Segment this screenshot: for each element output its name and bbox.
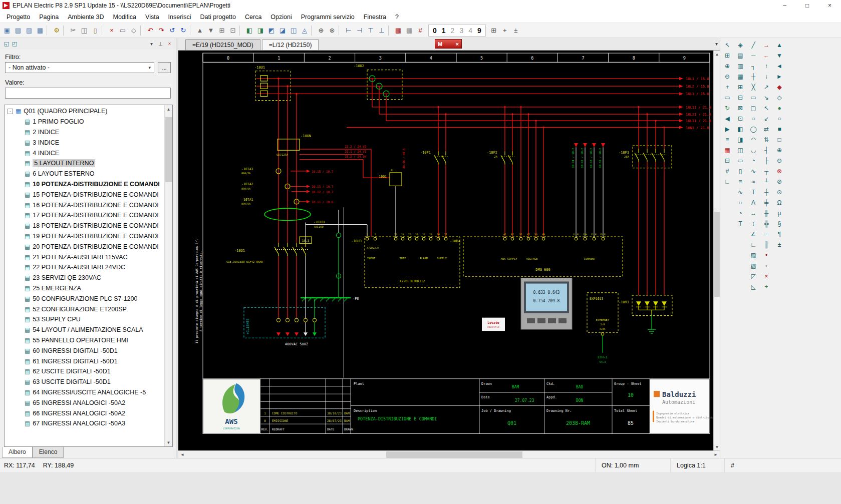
hline-tool-icon[interactable]: ─ bbox=[748, 50, 759, 61]
tree-page-item[interactable]: ▤ 67 INGRESSI ANALOGICI -50A3 bbox=[5, 418, 164, 429]
tree-page-item[interactable]: ▤ 50 CONFIGURAZIONE PLC S7-1200 bbox=[5, 293, 164, 304]
menu-item[interactable]: Opzioni bbox=[266, 12, 296, 23]
previous-view-icon[interactable]: ◀ bbox=[722, 113, 733, 124]
insert-list-icon[interactable]: ≡ bbox=[735, 176, 746, 187]
paste-icon[interactable]: ▯ bbox=[90, 25, 101, 36]
insert-macro-icon[interactable]: ⊗ bbox=[327, 25, 338, 36]
insert-copy-icon[interactable]: ◫ bbox=[735, 145, 746, 155]
cross-tool-icon[interactable]: ┼ bbox=[748, 71, 759, 82]
pin-icon[interactable]: ⊥ bbox=[157, 41, 164, 47]
tree-root-item[interactable]: - ▦ Q01 (QUADRO PRINCIPALE) bbox=[5, 106, 164, 117]
ellipse-tool-icon[interactable]: ◯ bbox=[748, 124, 759, 134]
symbol-select-icon[interactable]: ◨ bbox=[255, 25, 266, 36]
tree-page-item[interactable]: ▤ 65 INGRESSI ANALOGICI -50A2 bbox=[5, 397, 164, 408]
menu-item[interactable]: Vista bbox=[141, 12, 164, 23]
zoom-in-icon[interactable]: ⊕ bbox=[722, 61, 733, 71]
tree-page-item[interactable]: ▤ 25 EMERGENZA bbox=[5, 283, 164, 294]
grid-on-icon[interactable]: ▦ bbox=[393, 25, 404, 36]
align-bottom-icon[interactable]: ⊥ bbox=[376, 25, 387, 36]
scroll-thumb[interactable] bbox=[165, 117, 172, 182]
tree-page-item[interactable]: ▤ 16 POTENZA-DISTRIBUZIONE E COMANDI bbox=[5, 200, 164, 210]
triangle-a-tool-icon[interactable]: ◸ bbox=[748, 271, 759, 281]
grid-b-button[interactable]: 1 bbox=[442, 27, 446, 35]
schematic-canvas[interactable]: -10U1-10U210L1 / 15.010L2 / 15.010L3 / 1… bbox=[178, 51, 720, 450]
tree-page-item[interactable]: ▤ 3 INDICE bbox=[5, 137, 164, 148]
insert-text-icon[interactable]: T bbox=[735, 218, 746, 229]
grid-e-button[interactable]: 4 bbox=[468, 27, 472, 35]
scroll-thumb[interactable] bbox=[714, 212, 720, 297]
arrow-right-icon[interactable]: ► bbox=[774, 71, 785, 82]
full-junction-icon[interactable]: ╬ bbox=[761, 218, 772, 229]
menu-item[interactable]: Cerca bbox=[240, 12, 266, 23]
undo-list-icon[interactable]: ↺ bbox=[167, 25, 178, 36]
t-node-right-icon[interactable]: ├ bbox=[761, 155, 772, 166]
angle-tool-icon[interactable]: ∠ bbox=[748, 229, 759, 239]
menu-item[interactable]: Modifica bbox=[108, 12, 141, 23]
grid-d-button[interactable]: 3 bbox=[459, 27, 463, 35]
scroll-thumb[interactable] bbox=[386, 451, 523, 458]
tree-page-item[interactable]: ▤ 5 LAYOUT INTERNO bbox=[5, 158, 164, 169]
insert-terminal-icon[interactable]: ▤ bbox=[735, 50, 746, 61]
junction-icon[interactable]: ┼ bbox=[761, 187, 772, 197]
menu-item[interactable]: ? bbox=[391, 12, 403, 23]
snap-icon[interactable]: # bbox=[722, 166, 733, 176]
tab-albero[interactable]: Albero bbox=[2, 447, 33, 458]
filter-select[interactable]: - Non attivato - ▾ bbox=[5, 62, 154, 73]
chevron-down-icon[interactable]: ▾ bbox=[148, 41, 155, 47]
dock-window-alt-icon[interactable]: ◰ bbox=[11, 40, 19, 48]
tab-elenco[interactable]: Elenco bbox=[33, 447, 64, 458]
scroll-down-icon[interactable]: ▼ bbox=[165, 438, 173, 446]
vertical-scrollbar[interactable]: ▲ ▼ bbox=[713, 51, 720, 450]
align-right-icon[interactable]: ⊣ bbox=[354, 25, 365, 36]
select-area-icon[interactable]: ▭ bbox=[117, 25, 128, 36]
double-junction-icon[interactable]: ╪ bbox=[761, 197, 772, 208]
redo-list-icon[interactable]: ↻ bbox=[178, 25, 189, 36]
document-tab-1[interactable]: =E/19 (HD2150_MOD) bbox=[185, 39, 260, 50]
graphic-select-icon[interactable]: ◧ bbox=[244, 25, 255, 36]
filter-browse-button[interactable]: ... bbox=[158, 62, 171, 73]
arrow-left-icon[interactable]: ◄ bbox=[774, 61, 785, 71]
corner-tool-icon[interactable]: ┐ bbox=[748, 61, 759, 71]
schematic-svg[interactable]: -10U1-10U210L1 / 15.010L2 / 15.010L3 / 1… bbox=[178, 51, 713, 450]
tree-page-item[interactable]: ▤ 53 SUPPLY CPU bbox=[5, 314, 164, 325]
t-node-up-icon[interactable]: ┴ bbox=[761, 176, 772, 187]
coordinate-input-icon[interactable]: + bbox=[499, 25, 510, 36]
page-navigator-icon[interactable]: ▥ bbox=[24, 25, 35, 36]
grid-custom-button[interactable]: 9 bbox=[477, 27, 481, 35]
line-tool-icon[interactable]: ╱ bbox=[748, 40, 759, 50]
connection-up-icon[interactable]: ↑ bbox=[761, 61, 772, 71]
copy-icon[interactable]: ◫ bbox=[79, 25, 90, 36]
arc-bottom-tool-icon[interactable]: ◡ bbox=[748, 145, 759, 155]
page-preview-icon[interactable]: ▤ bbox=[13, 25, 24, 36]
square-icon[interactable]: □ bbox=[774, 134, 785, 145]
triangle-b-tool-icon[interactable]: ◺ bbox=[748, 281, 759, 292]
previous-page-icon[interactable]: ▲ bbox=[194, 25, 205, 36]
add-point-icon[interactable]: + bbox=[761, 281, 772, 292]
tree-page-item[interactable]: ▤ 1 PRIMO FOGLIO bbox=[5, 117, 164, 127]
tree-page-item[interactable]: ▤ 55 PANNELLO OPERATORE HMI bbox=[5, 335, 164, 346]
hatch-tool-icon[interactable]: ▨ bbox=[748, 250, 759, 260]
collapse-icon[interactable]: - bbox=[8, 109, 13, 114]
snap-grid-icon[interactable]: # bbox=[415, 25, 426, 36]
diamond-icon[interactable]: ◇ bbox=[774, 92, 785, 103]
square-tool-icon[interactable]: ▢ bbox=[748, 103, 759, 113]
text-tool-icon[interactable]: T bbox=[748, 187, 759, 197]
ortho-icon[interactable]: ∟ bbox=[722, 176, 733, 187]
insert-shield-icon[interactable]: ▦ bbox=[735, 71, 746, 82]
slash-circle-icon[interactable]: ⊘ bbox=[774, 176, 785, 187]
new-window-icon[interactable]: ▣ bbox=[2, 25, 13, 36]
tree-page-item[interactable]: ▤ 19 POTENZA-DISTRIBUZIONE E COMANDI bbox=[5, 231, 164, 242]
redo-icon[interactable]: ↷ bbox=[156, 25, 167, 36]
floating-window-tab[interactable]: M × bbox=[435, 39, 462, 49]
dim-horizontal-icon[interactable]: ↔ bbox=[748, 208, 759, 218]
scroll-left-icon[interactable]: ◄ bbox=[178, 451, 186, 458]
tree-page-item[interactable]: ▤ 64 INGRESSI/USCITE ANALOGICHE -5 bbox=[5, 387, 164, 398]
page-properties-icon[interactable]: ⊡ bbox=[227, 25, 238, 36]
x-node-tool-icon[interactable]: ╳ bbox=[748, 82, 759, 92]
workspace-icon[interactable]: ▦ bbox=[35, 25, 46, 36]
document-tab-2[interactable]: =L/12 (HD2150) bbox=[262, 39, 319, 50]
tree-page-item[interactable]: ▤ 62 USCITE DIGITALI -50D1 bbox=[5, 366, 164, 377]
dot-node-icon[interactable]: • bbox=[761, 250, 772, 260]
bus-vertical-icon[interactable]: ║ bbox=[761, 239, 772, 250]
times-circle-icon[interactable]: ⊗ bbox=[774, 166, 785, 176]
